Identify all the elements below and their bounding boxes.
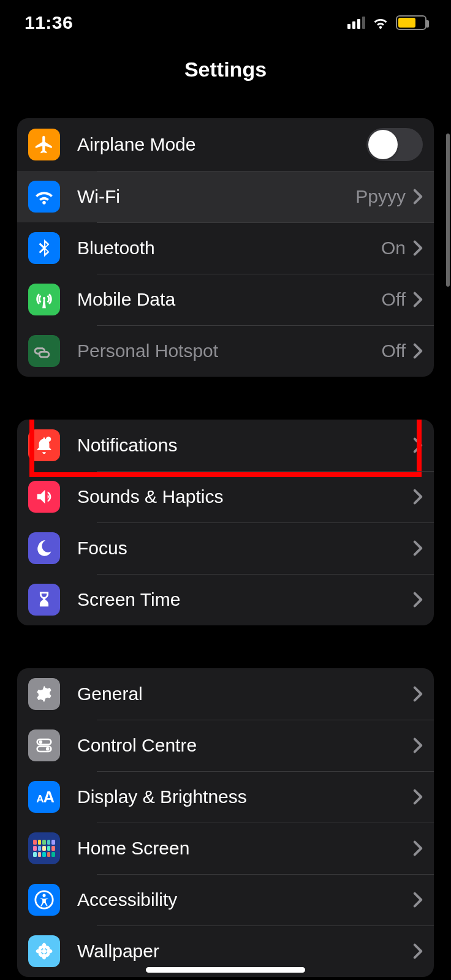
row-label-general: General	[77, 684, 413, 704]
row-label-focus: Focus	[77, 538, 413, 559]
svg-point-10	[42, 943, 46, 949]
wifi-status-icon	[371, 16, 390, 29]
row-value-wifi: Ppyyy	[355, 186, 406, 207]
chevron-right-icon	[413, 737, 423, 753]
row-label-control-centre: Control Centre	[77, 735, 413, 756]
row-label-wallpaper: Wallpaper	[77, 941, 413, 962]
hourglass-icon	[28, 584, 60, 616]
row-sounds-haptics[interactable]: Sounds & Haptics	[17, 471, 434, 522]
svg-text:A: A	[44, 788, 55, 805]
row-label-hotspot: Personal Hotspot	[77, 341, 382, 361]
antenna-icon	[28, 284, 60, 315]
hotspot-icon	[28, 335, 60, 367]
chevron-right-icon	[413, 240, 423, 256]
svg-point-13	[47, 949, 53, 953]
speaker-icon	[28, 481, 60, 513]
flower-icon	[28, 935, 60, 967]
row-focus[interactable]: Focus	[17, 522, 434, 574]
homescreen-icon	[28, 832, 60, 864]
settings-group-connectivity: Airplane Mode Wi-Fi Ppyyy Bluetooth On M…	[17, 118, 434, 377]
row-label-screentime: Screen Time	[77, 589, 413, 610]
chevron-right-icon	[413, 189, 423, 205]
moon-icon	[28, 532, 60, 564]
row-label-airplane: Airplane Mode	[77, 134, 366, 155]
svg-point-9	[42, 949, 46, 953]
chevron-right-icon	[413, 592, 423, 608]
row-display-brightness[interactable]: AA Display & Brightness	[17, 771, 434, 823]
chevron-right-icon	[413, 343, 423, 359]
airplane-mode-toggle[interactable]	[366, 128, 423, 161]
chevron-right-icon	[413, 840, 423, 856]
scroll-indicator[interactable]	[446, 134, 450, 287]
bluetooth-icon	[28, 232, 60, 264]
row-label-display: Display & Brightness	[77, 786, 413, 807]
switches-icon	[28, 729, 60, 761]
status-indicators	[347, 15, 426, 30]
row-control-centre[interactable]: Control Centre	[17, 720, 434, 771]
page-title: Settings	[0, 58, 451, 81]
row-personal-hotspot[interactable]: Personal Hotspot Off	[17, 325, 434, 377]
svg-point-12	[36, 949, 42, 953]
row-accessibility[interactable]: Accessibility	[17, 874, 434, 925]
row-value-mobile-data: Off	[382, 289, 406, 310]
row-screen-time[interactable]: Screen Time	[17, 574, 434, 625]
chevron-right-icon	[413, 437, 423, 453]
row-label-mobile-data: Mobile Data	[77, 289, 382, 310]
row-value-hotspot: Off	[382, 341, 406, 361]
chevron-right-icon	[413, 892, 423, 908]
page-header: Settings	[0, 39, 451, 118]
row-bluetooth[interactable]: Bluetooth On	[17, 222, 434, 274]
row-airplane-mode[interactable]: Airplane Mode	[17, 118, 434, 171]
row-mobile-data[interactable]: Mobile Data Off	[17, 274, 434, 325]
svg-point-2	[39, 741, 43, 744]
chevron-right-icon	[413, 292, 423, 307]
row-label-accessibility: Accessibility	[77, 889, 413, 910]
gear-icon	[28, 678, 60, 710]
chevron-right-icon	[413, 943, 423, 959]
chevron-right-icon	[413, 686, 423, 702]
svg-point-0	[46, 437, 51, 442]
row-label-bluetooth: Bluetooth	[77, 238, 381, 258]
row-home-screen[interactable]: Home Screen	[17, 823, 434, 874]
settings-group-alerts: Notifications Sounds & Haptics Focus Scr…	[17, 420, 434, 625]
svg-point-4	[46, 747, 50, 751]
row-label-wifi: Wi-Fi	[77, 186, 355, 207]
svg-point-8	[42, 894, 45, 897]
row-label-sounds: Sounds & Haptics	[77, 486, 413, 507]
row-notifications[interactable]: Notifications	[17, 420, 434, 471]
wifi-icon	[28, 181, 60, 213]
row-value-bluetooth: On	[381, 238, 406, 258]
home-indicator[interactable]	[146, 967, 305, 973]
bell-icon	[28, 429, 60, 461]
battery-icon	[396, 15, 426, 30]
airplane-icon	[28, 129, 60, 160]
chevron-right-icon	[413, 489, 423, 505]
settings-group-general: General Control Centre AA Display & Brig…	[17, 668, 434, 977]
svg-point-11	[42, 954, 46, 960]
status-bar: 11:36	[0, 0, 451, 39]
cellular-signal-icon	[347, 17, 365, 29]
chevron-right-icon	[413, 789, 423, 805]
chevron-right-icon	[413, 540, 423, 556]
textsize-icon: AA	[28, 781, 60, 813]
row-wifi[interactable]: Wi-Fi Ppyyy	[17, 171, 434, 222]
row-general[interactable]: General	[17, 668, 434, 720]
accessibility-icon	[28, 884, 60, 916]
row-label-homescreen: Home Screen	[77, 838, 413, 859]
row-label-notifications: Notifications	[77, 435, 413, 456]
status-time: 11:36	[25, 12, 73, 33]
